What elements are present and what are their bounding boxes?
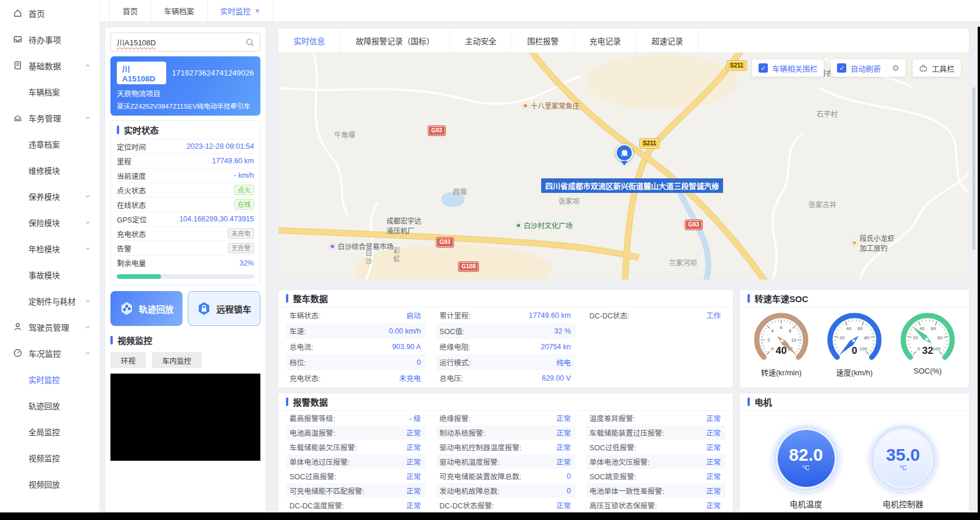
sidebar-item-首页[interactable]: 首页 — [0, 0, 99, 26]
status-badge: 未充电 — [228, 228, 254, 239]
data-cell-empty — [586, 354, 725, 370]
sidebar-item-label: 轨迹回放 — [28, 400, 60, 411]
sidebar-item-年检模块[interactable]: 年检模块 — [0, 235, 99, 261]
toolbar-button[interactable]: 工具栏 — [913, 59, 961, 77]
gear-icon[interactable]: ⚙ — [886, 63, 899, 73]
sidebar-item-事故模块[interactable]: 事故模块 — [0, 261, 99, 288]
chevron-down-icon[interactable] — [84, 219, 91, 226]
sidebar-item-label: 事故模块 — [28, 269, 60, 281]
data-label: SOC值: — [439, 325, 464, 336]
window-tab-实时监控[interactable]: 实时监控× — [207, 0, 273, 21]
data-cell-SOC跳变报警: SOC跳变报警:正常 — [586, 469, 725, 483]
sidebar-item-label: 视频回放 — [28, 478, 60, 490]
video-title: 视频监控 — [110, 334, 260, 346]
sidebar-item-定制件与耗材[interactable]: 定制件与耗材 — [0, 288, 99, 314]
map-tab-实时信息[interactable]: 实时信息 — [278, 28, 341, 52]
status-label: 定位时间 — [117, 141, 146, 152]
sidebar-item-维修模块[interactable]: 维修模块 — [0, 157, 99, 183]
data-cell-单体电池欠压报警: 单体电池欠压报警:正常 — [586, 454, 725, 469]
sidebar-item-保养模块[interactable]: 保养模块 — [0, 183, 99, 209]
sidebar-item-保险模块[interactable]: 保险模块 — [0, 209, 99, 235]
gauge-label: 速度(km/h) — [836, 367, 873, 378]
data-value: 未充电 — [399, 372, 421, 383]
data-cell-车载储能装置过压报警: 车载储能装置过压报警:正常 — [586, 425, 725, 440]
sidebar-item-视频回放[interactable]: 视频回放 — [0, 471, 99, 497]
sidebar-item-车务管理[interactable]: 车务管理 — [0, 105, 99, 131]
data-cell-驱动电机控制器温度报警: 驱动电机控制器温度报警:正常 — [436, 440, 575, 454]
motor-circle: 35.0°C — [870, 425, 937, 492]
video-button-车内监控[interactable]: 车内监控 — [152, 352, 202, 368]
video-button-环视[interactable]: 环视 — [110, 352, 146, 368]
sidebar-item-label: 保养模块 — [28, 191, 60, 202]
close-tab-icon[interactable]: × — [255, 6, 260, 15]
search-input[interactable]: 川A15108D — [110, 33, 260, 52]
map[interactable]: 十八里家常鱼庄龙哥农家乐石平村牛角堰西堰张家坝成都宏宇达液压机厂白沙村文化广场白… — [278, 53, 969, 280]
chevron-down-icon[interactable] — [84, 245, 91, 252]
vehicle-marker[interactable] — [616, 144, 633, 162]
chevron-up-icon[interactable] — [84, 114, 91, 121]
chevron-down-icon[interactable] — [84, 324, 91, 331]
map-tab-超速记录[interactable]: 超速记录 — [636, 28, 699, 52]
map-tab-故障报警记录（国标）[interactable]: 故障报警记录（国标） — [341, 28, 450, 52]
data-value: 正常 — [706, 485, 721, 496]
chevron-up-icon[interactable] — [84, 350, 91, 357]
vehicle-project: 天辰物流项目 — [117, 88, 254, 99]
svg-text:80: 80 — [938, 335, 943, 340]
checkbox-checked-icon[interactable]: ✓ — [837, 63, 846, 73]
app-window: 首页待办事项基础数据车辆档案车务管理违章档案维修模块保养模块保险模块年检模块事故… — [0, 0, 980, 520]
poi-label: 白沙 — [363, 249, 373, 266]
scrollbar-thumb[interactable] — [972, 87, 975, 250]
map-tab-充电记录[interactable]: 充电记录 — [574, 28, 636, 52]
sidebar-item-基础数据[interactable]: 基础数据 — [0, 52, 99, 78]
data-cell-电池单体一致性差报警: 电池单体一致性差报警:正常 — [586, 483, 725, 498]
road-shield-G93: G93 — [685, 220, 702, 229]
window-edge-bottom — [0, 512, 980, 520]
motor-value: 35.0 — [886, 446, 920, 464]
video-feed[interactable] — [110, 374, 260, 461]
file-icon — [13, 60, 23, 70]
sidebar-item-驾驶员管理[interactable]: 驾驶员管理 — [0, 314, 99, 340]
status-row-定位时间: 定位时间2023-12-28 09:01:54 — [117, 139, 254, 154]
window-tab-bar: 首页车辆档案实时监控× — [100, 0, 980, 22]
chevron-down-icon[interactable] — [84, 193, 91, 200]
data-row: 可充电储能不匹配报警:正常发动电机故障总数:0电池单体一致性差报警:正常 — [286, 483, 725, 498]
road-shield-G108: G108 — [459, 262, 478, 271]
sidebar-item-违章档案[interactable]: 违章档案 — [0, 131, 99, 157]
marker-pin — [621, 161, 628, 169]
sidebar-item-实时监控[interactable]: 实时监控 — [0, 366, 99, 392]
data-cell-档位: 档位:0 — [286, 354, 425, 370]
realtime-status-card: 实时状态 定位时间2023-12-28 09:01:54里程17749.60 k… — [110, 120, 260, 285]
track-playback-button[interactable]: 轨迹回放 — [110, 291, 183, 326]
data-cell-DC-DC状态: DC-DC状态:工作 — [586, 307, 725, 323]
checkbox-checked-icon[interactable]: ✓ — [759, 63, 768, 73]
status-row-在线状态: 在线状态在线 — [117, 198, 254, 212]
remote-lock-label: 远程锁车 — [216, 303, 251, 315]
fence-toggle[interactable]: ✓ 车辆相关围栏 — [752, 59, 824, 77]
data-label: 温度差异报警: — [589, 413, 635, 424]
data-label: 总电流: — [289, 341, 313, 352]
map-poi-西堰: 西堰 — [453, 187, 467, 196]
battery-progress — [117, 274, 254, 279]
map-poi-张家古井: 张家古井 — [809, 199, 836, 209]
window-tab-首页[interactable]: 首页 — [109, 0, 151, 21]
sidebar-item-视频监控[interactable]: 视频监控 — [0, 444, 99, 471]
gauge-icon — [13, 348, 23, 358]
svg-text:8: 8 — [789, 328, 792, 333]
window-tab-车辆档案[interactable]: 车辆档案 — [151, 0, 208, 21]
search-icon[interactable] — [245, 38, 255, 49]
sidebar-item-全局监控[interactable]: 全局监控 — [0, 418, 99, 444]
map-tab-bar: 实时信息故障报警记录（国标）主动安全围栏报警充电记录超速记录 — [278, 28, 969, 53]
auto-refresh-toggle[interactable]: ✓ 自动刷新 ⚙ — [831, 59, 906, 77]
vehicle-card[interactable]: 川A15108D 1719273624741249026 天辰物流项目 豪沃ZZ… — [110, 56, 260, 116]
chevron-down-icon[interactable] — [84, 297, 91, 304]
sidebar-item-车况监控[interactable]: 车况监控 — [0, 340, 99, 366]
sidebar-item-待办事项[interactable]: 待办事项 — [0, 26, 99, 52]
sidebar-item-轨迹回放[interactable]: 轨迹回放 — [0, 392, 99, 418]
sidebar-item-车辆档案[interactable]: 车辆档案 — [0, 78, 99, 105]
remote-lock-button[interactable]: 远程锁车 — [188, 291, 261, 326]
video-section: 视频监控 环视车内监控 — [110, 334, 260, 461]
map-tab-围栏报警[interactable]: 围栏报警 — [512, 28, 574, 52]
data-label: 最高报警等级: — [289, 413, 335, 424]
chevron-up-icon[interactable] — [84, 62, 91, 69]
map-tab-主动安全[interactable]: 主动安全 — [450, 28, 512, 52]
